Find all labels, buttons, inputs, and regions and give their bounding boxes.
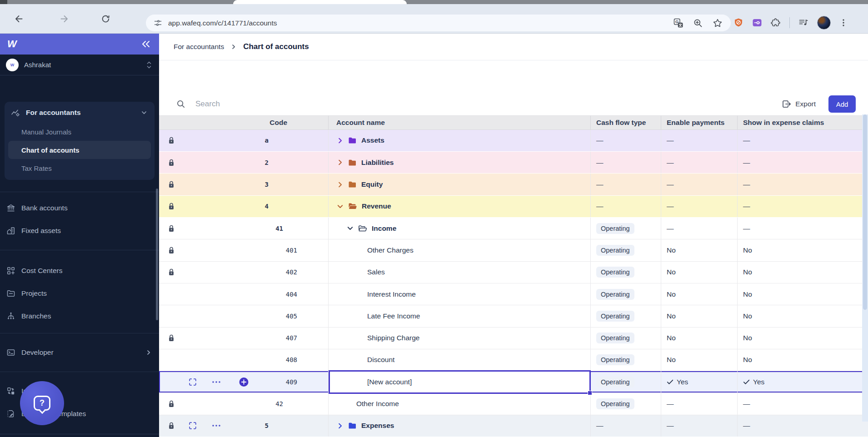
cash-flow-badge: Operating [596,289,634,300]
export-button[interactable]: Export [782,100,816,108]
reload-icon[interactable] [101,14,110,24]
table-row[interactable]: 4 Revenue——— [159,196,868,218]
account-name-edit-cell[interactable]: [New account] [329,370,591,394]
enable-payments-cell: No [661,262,738,283]
toggle-extension-icon[interactable] [752,18,762,28]
sidebar-item-tax-rates[interactable]: Tax Rates [5,159,155,177]
site-info-icon[interactable] [154,19,162,27]
table-row[interactable]: 407Shipping ChargeOperatingNoNo [159,328,868,349]
expense-claims-cell: — [738,218,868,239]
table-row[interactable]: 405Late Fee IncomeOperatingNoNo [159,305,868,327]
account-name-cell[interactable]: Interest Income [329,283,591,305]
inactive-tab-stub[interactable] [0,0,7,4]
menu-kebab-icon[interactable] [839,18,848,28]
chevron-up-down-icon [146,60,152,70]
sidebar-item-manual-journals[interactable]: Manual Journals [5,123,155,141]
account-code: 405 [159,313,328,320]
breadcrumb-parent[interactable]: For accountants [174,43,224,51]
account-name-cell[interactable]: Expenses [329,415,591,437]
table-row[interactable]: 408DiscountOperatingNoNo [159,349,868,371]
enable-payments-cell: — [661,196,738,217]
table-row[interactable]: a Assets——— [159,130,868,152]
account-name[interactable]: [New account] [367,378,412,386]
cash-flow-type-cell: — [591,196,661,217]
back-icon[interactable] [14,14,24,24]
code-cell: 42 [159,393,329,414]
account-name-cell[interactable]: Other Charges [329,239,591,261]
more-actions-icon[interactable] [212,381,221,383]
code-cell: 405 [159,305,329,327]
sidebar-group-header[interactable]: For accountants [5,103,155,123]
workspace-switcher[interactable]: W Ashrakat [0,55,159,75]
app-window: app.wafeq.com/c/141771/accounts G W [0,0,868,437]
account-name-cell[interactable]: Sales [329,262,591,283]
bookmark-star-icon[interactable] [713,18,723,28]
expense-claims-cell: No [738,328,868,349]
chevron-right-icon[interactable] [337,181,344,188]
analytics-gear-icon [11,108,20,117]
table-scrollbar-thumb[interactable] [863,114,867,310]
account-name: Other Charges [367,246,414,254]
account-name-cell[interactable]: Income [329,218,591,239]
more-actions-icon[interactable] [212,424,221,427]
grid-plus-icon [6,266,15,275]
zoom-in-icon[interactable] [693,18,703,28]
table-row[interactable]: 5 Expenses——— [159,415,868,437]
chevron-down-icon[interactable] [347,225,354,232]
help-button[interactable]: ? [20,381,64,425]
chevron-right-icon[interactable] [337,422,344,429]
browser-profile-avatar[interactable] [817,16,831,30]
sidebar-item-bank-accounts[interactable]: Bank accounts [0,197,159,219]
account-name-cell[interactable]: Late Fee Income [329,305,591,327]
forward-icon[interactable] [60,14,69,24]
table-scrollbar[interactable] [862,114,868,422]
media-playlist-icon[interactable] [798,18,808,28]
search-input[interactable]: Search [195,99,220,109]
sidebar-item-fixed-assets[interactable]: Fixed assets [0,219,159,242]
account-code: 5 [159,422,328,429]
chevron-right-icon[interactable] [337,159,344,166]
translate-icon[interactable]: G [673,18,683,28]
expand-row-icon[interactable] [189,422,197,430]
account-name-cell[interactable]: Revenue [329,196,591,217]
breadcrumb: For accountants Chart of accounts [159,34,868,60]
column-header-code: Code [159,116,329,129]
account-name-cell[interactable]: Discount [329,349,591,371]
cell-fill-handle[interactable] [588,391,592,395]
sidebar-item-branches[interactable]: Branches [0,305,159,328]
expense-claims-cell: No [738,349,868,371]
sidebar-item-cost-centers[interactable]: Cost Centers [0,259,159,282]
table-row[interactable]: 41 IncomeOperating—— [159,218,868,239]
collapse-sidebar-icon[interactable] [140,40,151,49]
enable-payments-cell: — [661,415,738,437]
url-bar[interactable]: app.wafeq.com/c/141771/accounts G [146,15,731,31]
table-row[interactable]: 3 Equity——— [159,174,868,195]
account-name-cell[interactable]: Liabilities [329,152,591,173]
table-row[interactable]: 42Other IncomeOperating—— [159,393,868,415]
table-row[interactable]: 409[New account]OperatingYesYes [159,371,868,393]
chevron-right-icon[interactable] [337,137,344,144]
chevron-down-icon[interactable] [337,203,344,210]
table-row[interactable]: 401Other ChargesOperatingNoNo [159,239,868,261]
account-name-cell[interactable]: Shipping Charge [329,328,591,349]
active-tab[interactable] [233,0,407,4]
table-row[interactable]: 404Interest IncomeOperatingNoNo [159,283,868,305]
enable-payments-cell: — [661,218,738,239]
table-row[interactable]: 2 Liabilities——— [159,152,868,174]
sidebar-scrollbar[interactable] [156,189,158,320]
doc-pencil-icon [6,409,15,418]
sidebar-item-developer[interactable]: Developer [0,341,159,364]
account-name-cell[interactable]: Other Income [329,393,591,414]
table-row[interactable]: 402SalesOperatingNoNo [159,262,868,283]
sidebar-item-chart-of-accounts[interactable]: Chart of accounts [8,141,151,159]
url-text[interactable]: app.wafeq.com/c/141771/accounts [168,19,277,27]
account-name-cell[interactable]: Equity [329,174,591,195]
sidebar-item-projects[interactable]: Projects [0,282,159,305]
add-button[interactable]: Add [828,95,856,113]
search-icon[interactable] [176,99,185,109]
add-subaccount-icon[interactable] [239,377,249,387]
extensions-puzzle-icon[interactable] [771,18,781,28]
account-name-cell[interactable]: Assets [329,130,591,151]
expand-row-icon[interactable] [189,378,197,386]
shield-extension-icon[interactable] [733,18,743,28]
